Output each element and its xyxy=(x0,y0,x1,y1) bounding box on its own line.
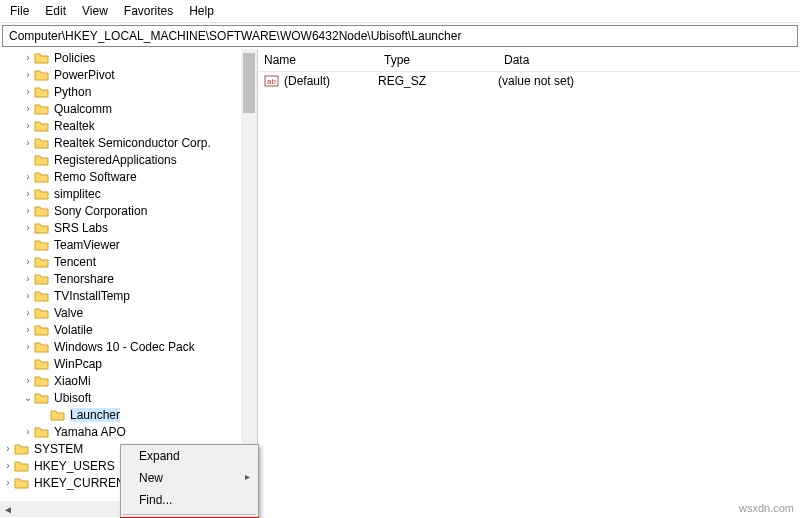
watermark: wsxdn.com xyxy=(739,502,794,514)
chevron-right-icon[interactable]: › xyxy=(22,256,34,267)
col-header-data[interactable]: Data xyxy=(498,49,800,71)
folder-icon xyxy=(50,408,66,422)
chevron-right-icon[interactable]: › xyxy=(2,443,14,454)
tree-item-label: Tenorshare xyxy=(54,272,114,286)
chevron-right-icon[interactable]: › xyxy=(2,460,14,471)
folder-icon xyxy=(34,238,50,252)
chevron-right-icon[interactable]: › xyxy=(22,273,34,284)
address-bar[interactable]: Computer\HKEY_LOCAL_MACHINE\SOFTWARE\WOW… xyxy=(2,25,798,47)
menu-help[interactable]: Help xyxy=(183,2,220,20)
menu-favorites[interactable]: Favorites xyxy=(118,2,179,20)
chevron-right-icon[interactable]: › xyxy=(22,103,34,114)
tree-item-label: Python xyxy=(54,85,91,99)
tree-item-label: simplitec xyxy=(54,187,101,201)
tree-item[interactable]: ›Yamaha APO xyxy=(0,423,257,440)
tree-item-label: TVInstallTemp xyxy=(54,289,130,303)
values-pane[interactable]: Name Type Data ab (Default) REG_SZ (valu… xyxy=(258,49,800,517)
scroll-left-icon[interactable]: ◄ xyxy=(0,504,16,515)
folder-icon xyxy=(34,221,50,235)
folder-icon xyxy=(34,136,50,150)
tree-item[interactable]: ›SRS Labs xyxy=(0,219,257,236)
chevron-right-icon[interactable]: › xyxy=(22,171,34,182)
chevron-right-icon[interactable]: › xyxy=(22,205,34,216)
chevron-right-icon[interactable]: › xyxy=(22,290,34,301)
svg-text:ab: ab xyxy=(267,77,276,86)
tree-item[interactable]: ›Remo Software xyxy=(0,168,257,185)
folder-icon xyxy=(34,357,50,371)
tree-item[interactable]: RegisteredApplications xyxy=(0,151,257,168)
chevron-right-icon[interactable]: › xyxy=(22,86,34,97)
ctx-separator xyxy=(123,514,256,515)
folder-icon xyxy=(14,459,30,473)
tree-item[interactable]: ›Tenorshare xyxy=(0,270,257,287)
value-row[interactable]: ab (Default) REG_SZ (value not set) xyxy=(258,72,800,90)
tree-item[interactable]: ›Windows 10 - Codec Pack xyxy=(0,338,257,355)
chevron-right-icon[interactable]: › xyxy=(22,307,34,318)
tree-item[interactable]: ›Realtek xyxy=(0,117,257,134)
folder-icon xyxy=(34,391,50,405)
tree-item[interactable]: ›Tencent xyxy=(0,253,257,270)
tree-item[interactable]: ›PowerPivot xyxy=(0,66,257,83)
tree-item-label: Realtek Semiconductor Corp. xyxy=(54,136,211,150)
menu-view[interactable]: View xyxy=(76,2,114,20)
chevron-right-icon[interactable]: › xyxy=(22,137,34,148)
tree-item[interactable]: ›Valve xyxy=(0,304,257,321)
chevron-right-icon[interactable]: › xyxy=(22,375,34,386)
folder-icon xyxy=(34,187,50,201)
tree-item[interactable]: ›simplitec xyxy=(0,185,257,202)
tree-item-label: Ubisoft xyxy=(54,391,91,405)
folder-icon xyxy=(34,289,50,303)
folder-icon xyxy=(34,51,50,65)
col-header-name[interactable]: Name xyxy=(258,49,378,71)
chevron-right-icon[interactable]: › xyxy=(22,341,34,352)
chevron-down-icon[interactable]: ⌄ xyxy=(22,392,34,403)
chevron-right-icon[interactable]: › xyxy=(22,222,34,233)
tree-item-label: Volatile xyxy=(54,323,93,337)
folder-icon xyxy=(34,102,50,116)
folder-icon xyxy=(34,119,50,133)
chevron-right-icon[interactable]: › xyxy=(22,426,34,437)
chevron-right-icon[interactable]: › xyxy=(2,477,14,488)
value-type: REG_SZ xyxy=(378,74,498,88)
chevron-right-icon[interactable]: › xyxy=(22,120,34,131)
chevron-right-icon[interactable]: › xyxy=(22,324,34,335)
scrollbar-thumb[interactable] xyxy=(243,53,255,113)
tree-item[interactable]: ›Python xyxy=(0,83,257,100)
folder-icon xyxy=(34,204,50,218)
tree-item[interactable]: ›Realtek Semiconductor Corp. xyxy=(0,134,257,151)
tree-item-label: Sony Corporation xyxy=(54,204,147,218)
tree-item-label: Tencent xyxy=(54,255,96,269)
menubar: File Edit View Favorites Help xyxy=(0,0,800,23)
tree-item[interactable]: WinPcap xyxy=(0,355,257,372)
ctx-new[interactable]: New xyxy=(121,467,258,489)
tree-item-label: WinPcap xyxy=(54,357,102,371)
tree-item[interactable]: ›TVInstallTemp xyxy=(0,287,257,304)
tree-item[interactable]: TeamViewer xyxy=(0,236,257,253)
tree-item[interactable]: ›Sony Corporation xyxy=(0,202,257,219)
menu-file[interactable]: File xyxy=(4,2,35,20)
tree-item[interactable]: Launcher xyxy=(0,406,257,423)
value-data: (value not set) xyxy=(498,74,800,88)
tree-item[interactable]: ⌄Ubisoft xyxy=(0,389,257,406)
chevron-right-icon[interactable]: › xyxy=(22,188,34,199)
folder-icon xyxy=(34,68,50,82)
chevron-right-icon[interactable]: › xyxy=(22,69,34,80)
tree-item[interactable]: ›Policies xyxy=(0,49,257,66)
tree-item[interactable]: ›Volatile xyxy=(0,321,257,338)
tree-item-label: Realtek xyxy=(54,119,95,133)
tree-item-label: Policies xyxy=(54,51,95,65)
menu-edit[interactable]: Edit xyxy=(39,2,72,20)
folder-icon xyxy=(34,306,50,320)
col-header-type[interactable]: Type xyxy=(378,49,498,71)
value-name: (Default) xyxy=(284,74,330,88)
tree-item[interactable]: ›XiaoMi xyxy=(0,372,257,389)
values-header: Name Type Data xyxy=(258,49,800,72)
ctx-expand[interactable]: Expand xyxy=(121,445,258,467)
ctx-find[interactable]: Find... xyxy=(121,489,258,511)
tree-item[interactable]: ›Qualcomm xyxy=(0,100,257,117)
tree-item-label: Launcher xyxy=(70,408,120,422)
folder-icon xyxy=(34,374,50,388)
folder-icon xyxy=(34,340,50,354)
string-value-icon: ab xyxy=(264,74,280,88)
chevron-right-icon[interactable]: › xyxy=(22,52,34,63)
